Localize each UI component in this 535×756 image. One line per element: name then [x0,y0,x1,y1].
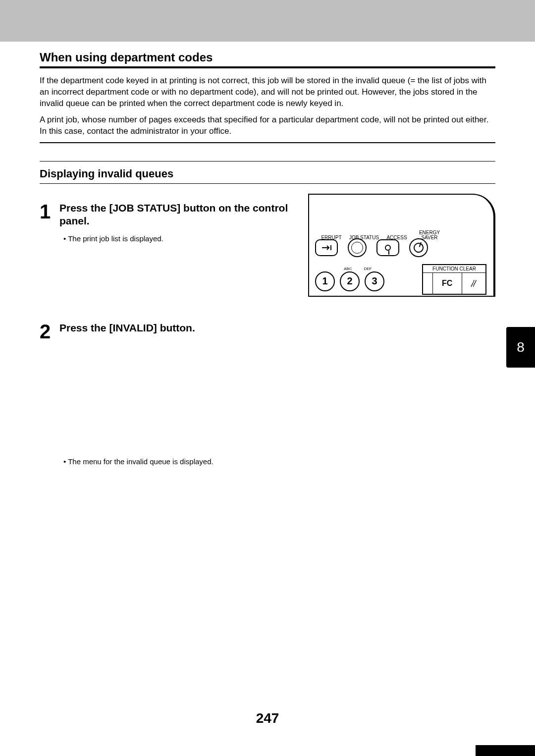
subsection-rule-top [40,161,495,162]
interrupt-button-icon [315,239,338,256]
chapter-tab: 8 [506,327,535,368]
step-1: 1 Press the [JOB STATUS] button on the c… [40,202,299,243]
section-title: When using department codes [40,51,495,64]
section-rule-bottom [40,142,495,143]
step-1-bullet: The print job list is displayed. [59,234,299,243]
function-clear-box: FUNCTION CLEAR FC ⫽ [422,264,486,295]
keypad-3-icon: 3 [365,271,384,291]
fc-button-icon: FC [433,273,462,294]
subsection-rule-bottom [40,183,495,184]
keypad-label-def: DEF [364,267,372,271]
step-1-number: 1 [40,202,54,221]
control-panel-diagram: ERRUPT JOB STATUS ACCESS ENERGYSAVER ABC… [308,194,495,297]
page-number: 247 [0,710,535,726]
access-button-icon [376,239,399,256]
section-rule-top [40,66,495,68]
step-2-number: 2 [40,322,54,341]
keypad-label-abc: ABC [344,267,352,271]
section-para-2: A print job, whose number of pages excee… [40,114,495,137]
job-status-button-icon [348,238,367,257]
section-para-1: If the department code keyed in at print… [40,75,495,109]
energy-saver-button-icon [409,238,428,257]
step-2-bullet: The menu for the invalid queue is displa… [59,457,495,466]
step-2-title: Press the [INVALID] button. [59,322,495,334]
step-2: 2 Press the [INVALID] button. [40,322,495,341]
subsection-title: Displaying invalid queues [40,167,495,180]
clear-button-icon: ⫽ [462,273,485,294]
keypad-2-icon: 2 [340,271,360,291]
footer-bar [476,745,535,756]
keypad-1-icon: 1 [315,271,335,291]
header-bar [0,0,535,42]
function-clear-label: FUNCTION CLEAR [423,265,485,273]
step-1-title: Press the [JOB STATUS] button on the con… [59,202,299,228]
